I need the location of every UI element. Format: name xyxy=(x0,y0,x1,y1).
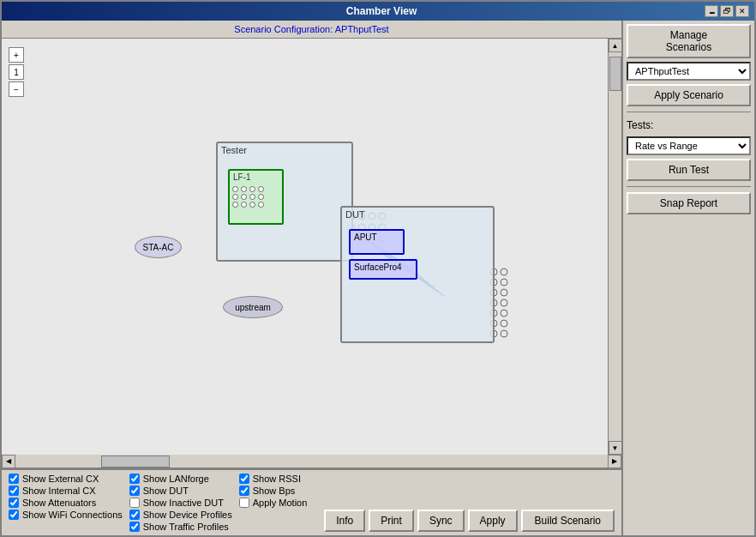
show-device-profiles-checkbox[interactable] xyxy=(129,510,140,520)
apply-scenario-button[interactable]: Apply Scenario xyxy=(627,84,751,106)
scroll-up-button[interactable]: ▲ xyxy=(609,39,622,52)
run-test-button[interactable]: Run Test xyxy=(627,159,751,181)
svg-point-24 xyxy=(501,289,507,296)
window-title: Chamber View xyxy=(58,5,705,17)
lf1-port-dots xyxy=(230,184,282,210)
scenario-dropdown-row: APThputTest Scenario2 xyxy=(627,62,751,81)
checkbox-col-1: Show External CX Show Internal CX Show A… xyxy=(9,474,123,532)
manage-scenarios-label: ManageScenarios xyxy=(666,29,711,53)
show-internal-item[interactable]: Show Internal CX xyxy=(9,486,123,496)
tests-label: Tests: xyxy=(627,118,751,133)
apply-motion-item[interactable]: Apply Motion xyxy=(239,498,308,508)
show-traffic-profiles-item[interactable]: Show Traffic Profiles xyxy=(129,522,232,532)
show-wifi-checkbox[interactable] xyxy=(9,510,19,520)
zoom-controls: + 1 − xyxy=(9,47,24,97)
show-attenuators-label: Show Attenuators xyxy=(22,498,96,508)
print-button[interactable]: Print xyxy=(369,510,414,532)
dut-node: DUT APUT SurfacePro4 xyxy=(340,206,495,343)
show-attenuators-item[interactable]: Show Attenuators xyxy=(9,498,123,508)
hscroll-thumb xyxy=(101,456,170,468)
lf1-label: LF-1 xyxy=(230,171,282,184)
sta-ac-label: STA-AC xyxy=(143,243,174,252)
apply-motion-checkbox[interactable] xyxy=(239,498,249,508)
sync-button[interactable]: Sync xyxy=(417,510,465,532)
test-select[interactable]: Rate vs Range Other Test xyxy=(627,136,751,155)
port-dot xyxy=(232,202,238,208)
test-dropdown-row: Rate vs Range Other Test xyxy=(627,136,751,155)
tester-label: Tester xyxy=(218,143,351,157)
show-lanforge-checkbox[interactable] xyxy=(129,474,140,484)
show-dut-item[interactable]: Show DUT xyxy=(129,486,232,496)
show-bps-item[interactable]: Show Bps xyxy=(239,486,308,496)
show-traffic-profiles-checkbox[interactable] xyxy=(129,522,140,532)
show-attenuators-checkbox[interactable] xyxy=(9,498,19,508)
scroll-right-button[interactable]: ▶ xyxy=(608,455,621,468)
manage-scenarios-button[interactable]: ManageScenarios xyxy=(627,24,751,58)
svg-point-22 xyxy=(501,279,507,286)
build-scenario-button[interactable]: Build Scenario xyxy=(521,510,615,532)
show-wifi-label: Show WiFi Connections xyxy=(22,510,123,520)
checkbox-col-3: Show RSSI Show Bps Apply Motion xyxy=(239,474,308,532)
show-device-profiles-label: Show Device Profiles xyxy=(143,510,232,520)
port-dot xyxy=(249,194,255,200)
sidebar-divider xyxy=(627,112,751,112)
canvas-with-scrollbar: + 1 − xyxy=(2,39,621,455)
show-rssi-label: Show RSSI xyxy=(253,474,301,484)
title-bar: Chamber View 🗕 🗗 ✕ xyxy=(2,2,754,21)
aput-box: APUT xyxy=(349,229,405,255)
show-lanforge-label: Show LANforge xyxy=(143,474,209,484)
maximize-button[interactable]: 🗗 xyxy=(720,5,734,17)
show-traffic-profiles-label: Show Traffic Profiles xyxy=(143,522,229,532)
apply-button[interactable]: Apply xyxy=(468,510,518,532)
port-dot xyxy=(258,194,264,200)
zoom-reset-button[interactable]: 1 xyxy=(9,64,24,80)
lf1-box: LF-1 xyxy=(228,169,284,225)
zoom-out-button[interactable]: − xyxy=(9,81,24,97)
hscroll-track[interactable] xyxy=(15,455,608,468)
port-dot xyxy=(241,194,247,200)
svg-point-20 xyxy=(501,268,507,275)
sidebar: ManageScenarios APThputTest Scenario2 Ap… xyxy=(621,21,754,535)
show-wifi-item[interactable]: Show WiFi Connections xyxy=(9,510,123,520)
show-bps-checkbox[interactable] xyxy=(239,486,249,496)
port-dot xyxy=(258,186,264,192)
show-bps-label: Show Bps xyxy=(253,486,296,496)
info-button[interactable]: Info xyxy=(324,510,365,532)
show-external-item[interactable]: Show External CX xyxy=(9,474,123,484)
scenario-select[interactable]: APThputTest Scenario2 xyxy=(627,62,751,81)
apply-motion-label: Apply Motion xyxy=(253,498,308,508)
sta-ac-node: STA-AC xyxy=(135,236,182,258)
show-internal-checkbox[interactable] xyxy=(9,486,19,496)
show-lanforge-item[interactable]: Show LANforge xyxy=(129,474,232,484)
scroll-track[interactable] xyxy=(609,52,621,441)
snap-report-button[interactable]: Snap Report xyxy=(627,192,751,214)
port-dot xyxy=(258,202,264,208)
scroll-down-button[interactable]: ▼ xyxy=(609,441,622,455)
show-inactive-dut-checkbox[interactable] xyxy=(129,498,140,508)
minimize-button[interactable]: 🗕 xyxy=(705,5,718,17)
port-dot xyxy=(241,202,247,208)
close-button[interactable]: ✕ xyxy=(735,5,749,17)
svg-point-28 xyxy=(501,310,507,317)
main-window: Chamber View 🗕 🗗 ✕ Scenario Configuratio… xyxy=(0,0,756,537)
horizontal-scrollbar: ◀ ▶ xyxy=(2,455,621,468)
show-inactive-dut-item[interactable]: Show Inactive DUT xyxy=(129,498,232,508)
show-inactive-dut-label: Show Inactive DUT xyxy=(143,498,224,508)
show-external-label: Show External CX xyxy=(22,474,99,484)
show-rssi-item[interactable]: Show RSSI xyxy=(239,474,308,484)
show-external-checkbox[interactable] xyxy=(9,474,19,484)
canvas: + 1 − xyxy=(2,39,608,455)
surface-label: SurfacePro4 xyxy=(351,261,416,274)
show-dut-label: Show DUT xyxy=(143,486,189,496)
scroll-left-button[interactable]: ◀ xyxy=(2,455,15,468)
port-dot xyxy=(232,194,238,200)
upstream-label: upstream xyxy=(235,303,271,312)
port-dot xyxy=(249,186,255,192)
show-dut-checkbox[interactable] xyxy=(129,486,140,496)
show-internal-label: Show Internal CX xyxy=(22,486,96,496)
show-device-profiles-item[interactable]: Show Device Profiles xyxy=(129,510,232,520)
zoom-in-button[interactable]: + xyxy=(9,47,24,63)
show-rssi-checkbox[interactable] xyxy=(239,474,249,484)
window-controls: 🗕 🗗 ✕ xyxy=(705,5,749,17)
upstream-node: upstream xyxy=(223,296,283,318)
